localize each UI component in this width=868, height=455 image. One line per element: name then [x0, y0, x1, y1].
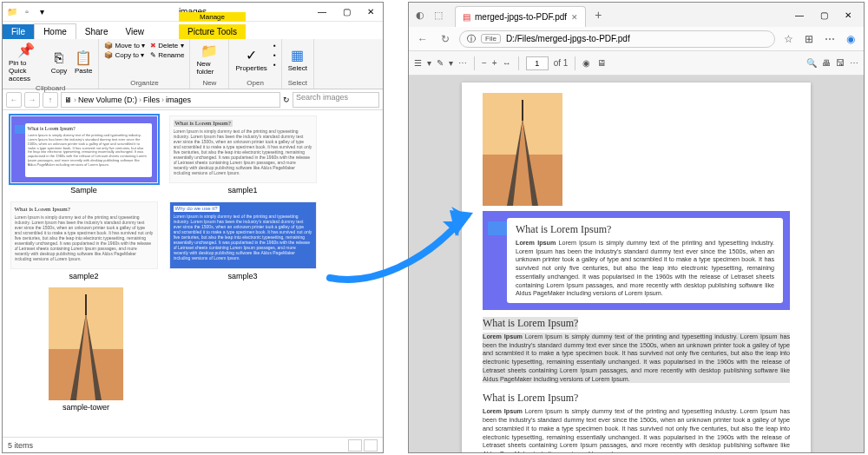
close-button[interactable]: ✕ [358, 3, 383, 22]
group-new: New [194, 79, 225, 87]
explorer-window: 📁 ▫ ▾ images — ▢ ✕ File Home Share View … [2, 2, 384, 453]
copy-button[interactable]: ⎘Copy [48, 41, 70, 83]
more-icon[interactable]: ⋯ [850, 58, 858, 68]
tab-share[interactable]: Share [76, 24, 117, 39]
maximize-button[interactable]: ▢ [334, 3, 358, 22]
pin-button[interactable]: 📌Pin to Quick access [6, 41, 46, 83]
ribbon-tabs: File Home Share View Manage Picture Tool… [3, 22, 383, 39]
workspace-icon[interactable]: ⬚ [431, 7, 446, 23]
file-item[interactable]: sample-tower [34, 287, 138, 412]
browser-titlebar: ◐ ⬚ ▤ merged-jpgs-to-PDF.pdf ✕ + — ▢ ✕ [409, 3, 864, 27]
profile-icon[interactable]: ◐ [412, 7, 428, 23]
search-icon[interactable]: 🔍 [806, 58, 817, 68]
file-icon: ⓘ [467, 33, 476, 45]
view-details-button[interactable] [348, 439, 362, 452]
save-icon[interactable]: 🖫 [836, 58, 845, 68]
group-open: Open [233, 79, 277, 87]
new-folder-button[interactable]: 📁New folder [194, 41, 225, 78]
tab-home[interactable]: Home [34, 23, 76, 39]
moveto-button[interactable]: 📦Move to ▾ [102, 41, 147, 50]
draw-icon[interactable]: ✎ [437, 58, 444, 68]
paste-button[interactable]: 📋Paste [72, 41, 95, 83]
collections-icon[interactable]: ⊞ [801, 31, 817, 47]
tab-picture-tools[interactable]: Manage Picture Tools [179, 24, 246, 39]
refresh-button[interactable]: ↻ [283, 96, 290, 104]
purple-card: What is Lorem Ipsum? Lorem Ipsum Lorem I… [483, 211, 790, 310]
folder-icon: 📁 [6, 6, 18, 18]
print-icon[interactable]: 🖶 [822, 58, 831, 68]
pdf-icon: ▤ [463, 12, 470, 22]
properties-button[interactable]: ✓Properties [233, 41, 269, 78]
up-button[interactable]: ↑ [43, 92, 58, 108]
thumbnail [49, 287, 123, 400]
close-tab-button[interactable]: ✕ [571, 13, 578, 22]
thumbnail: What is Lorem Ipsum?Lorem Ipsum is simpl… [169, 115, 317, 183]
tab-view[interactable]: View [117, 24, 154, 39]
pdf-page: What is Lorem Ipsum? Lorem Ipsum Lorem I… [462, 82, 811, 452]
forward-button[interactable]: → [24, 92, 40, 108]
context-group-label: Manage [179, 12, 246, 22]
tab-file[interactable]: File [3, 24, 34, 39]
file-item[interactable]: What is Lorem Ipsum?Lorem Ipsum is simpl… [167, 115, 319, 195]
zoom-out-button[interactable]: − [482, 58, 487, 68]
thumbnail: Why do we use it?Lorem Ipsum is simply d… [169, 201, 317, 269]
browser-tab[interactable]: ▤ merged-jpgs-to-PDF.pdf ✕ [455, 6, 586, 27]
minimize-button[interactable]: — [310, 3, 334, 22]
zoom-in-button[interactable]: + [492, 58, 497, 68]
status-bar: 5 items [3, 437, 383, 452]
thumbnail: What is Lorem Ipsum?Lorem Ipsum is simpl… [10, 201, 158, 269]
rename-button[interactable]: ✎Rename [148, 50, 186, 60]
copilot-icon[interactable]: ◉ [843, 31, 858, 47]
menu-button[interactable]: ⋯ [822, 31, 838, 47]
search-input[interactable]: Search images [293, 92, 379, 108]
tower-image [483, 93, 562, 206]
file-list: What is Lorem Ipsum?Lorem Ipsum is simpl… [3, 110, 383, 437]
ribbon: 📌Pin to Quick access ⎘Copy 📋Paste Clipbo… [3, 39, 383, 89]
file-item[interactable]: What is Lorem Ipsum?Lorem Ipsum is simpl… [8, 115, 160, 195]
view-thumbs-button[interactable] [364, 439, 378, 452]
pdf-toolbar: ☰ ▾ ✎ ▾ ⋯ − + ↔ of 1 ◉🖥 🔍 🖶 🖫 ⋯ [409, 51, 864, 76]
section-highlighted: What is Lorem Ipsum? Lorem Ipsum Lorem I… [483, 317, 790, 383]
section-plain: What is Lorem Ipsum? Lorem Ipsum Lorem I… [483, 392, 790, 452]
breadcrumb[interactable]: 🖥› New Volume (D:)› Files› images [61, 92, 280, 108]
thumbnail: What is Lorem Ipsum?Lorem Ipsum is simpl… [10, 115, 158, 183]
new-tab-button[interactable]: + [595, 8, 602, 22]
maximize-button[interactable]: ▢ [812, 5, 836, 24]
qat-item[interactable]: ▫ [21, 6, 33, 18]
back-button[interactable]: ← [414, 33, 431, 45]
minimize-button[interactable]: — [787, 5, 812, 24]
back-button[interactable]: ← [6, 92, 22, 108]
document-icon [488, 221, 507, 235]
item-count: 5 items [8, 441, 33, 450]
file-item[interactable]: Why do we use it?Lorem Ipsum is simply d… [167, 201, 319, 280]
page-input[interactable] [526, 56, 549, 70]
browser-toolbar: ← ↻ ⓘ File D:/Files/merged-jpgs-to-PDF.p… [409, 27, 864, 51]
qat-dropdown[interactable]: ▾ [36, 6, 48, 18]
sidebar-icon[interactable]: ☰ [414, 58, 422, 68]
url-bar[interactable]: ⓘ File D:/Files/merged-jpgs-to-PDF.pdf [459, 30, 775, 48]
copyto-button[interactable]: 📦Copy to ▾ [102, 50, 147, 60]
close-button[interactable]: ✕ [836, 5, 860, 24]
address-bar: ← → ↑ 🖥› New Volume (D:)› Files› images … [3, 89, 383, 110]
more-icon[interactable]: ⋯ [458, 58, 467, 68]
star-icon[interactable]: ☆ [780, 31, 796, 47]
browser-window: ◐ ⬚ ▤ merged-jpgs-to-PDF.pdf ✕ + — ▢ ✕ ←… [408, 2, 865, 453]
select-button[interactable]: ▦Select [286, 41, 310, 78]
refresh-button[interactable]: ↻ [437, 33, 454, 45]
pdf-viewport[interactable]: What is Lorem Ipsum? Lorem Ipsum Lorem I… [409, 76, 864, 452]
delete-button[interactable]: ✖Delete ▾ [148, 41, 186, 50]
file-item[interactable]: What is Lorem Ipsum?Lorem Ipsum is simpl… [8, 201, 160, 280]
group-select: Select [286, 79, 310, 87]
group-organize: Organize [102, 79, 186, 87]
